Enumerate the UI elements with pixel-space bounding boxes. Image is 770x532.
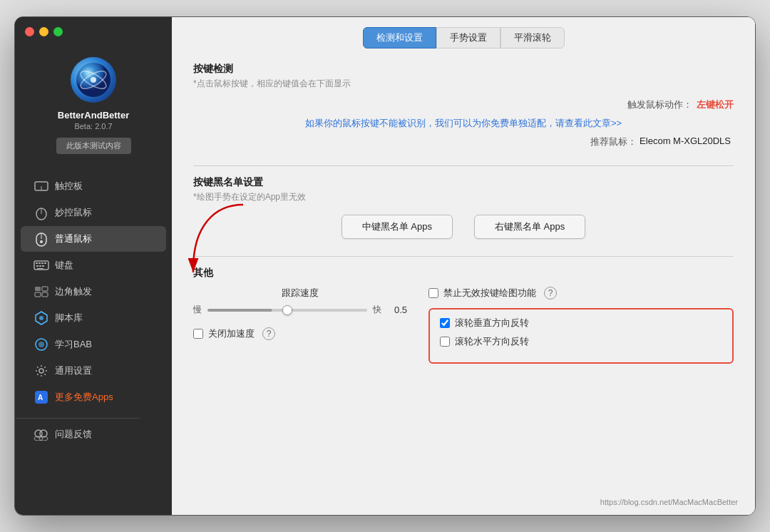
other-left-col: 跟踪速度 慢 快 0.5 关闭加速度 ? <box>193 287 407 364</box>
sidebar-label-corner: 边角触发 <box>55 285 92 298</box>
slow-label: 慢 <box>193 304 202 316</box>
learn-icon <box>34 337 49 352</box>
trigger-value: 左键松开 <box>697 98 734 111</box>
svg-rect-20 <box>35 287 41 291</box>
sidebar-item-feedback[interactable]: 问题反馈 <box>21 421 166 447</box>
magic-mouse-icon <box>34 205 49 220</box>
sidebar-label-magic-mouse: 妙控鼠标 <box>55 206 92 219</box>
detection-title: 按键检测 <box>193 63 734 76</box>
sidebar-label-touchpad: 触控板 <box>55 180 83 193</box>
sidebar-item-magic-mouse[interactable]: 妙控鼠标 <box>21 200 166 225</box>
settings-icon <box>34 363 49 379</box>
blacklist-subtitle: *绘图手势在设定的App里无效 <box>193 191 734 203</box>
sidebar-item-settings[interactable]: 通用设置 <box>21 358 166 384</box>
svg-rect-13 <box>38 262 41 264</box>
svg-point-25 <box>39 316 43 320</box>
svg-rect-22 <box>35 292 41 297</box>
sidebar-item-scripts[interactable]: 脚本库 <box>21 305 166 331</box>
trigger-label: 触发鼠标动作： <box>627 98 692 111</box>
svg-point-10 <box>40 240 43 243</box>
help-icon-invalid[interactable]: ? <box>544 287 557 300</box>
other-title: 其他 <box>193 267 734 280</box>
main-content: 检测和设置 手势设置 平滑滚轮 按键检测 *点击鼠标按键，相应的键值会在下面显示… <box>172 17 755 515</box>
middle-key-blacklist-btn[interactable]: 中键黑名单 Apps <box>342 215 453 239</box>
traffic-light-fullscreen[interactable] <box>53 27 63 36</box>
help-icon-acceleration[interactable]: ? <box>262 327 275 340</box>
svg-text:A: A <box>38 394 43 401</box>
sidebar-bottom: 问题反馈 <box>15 415 172 459</box>
other-columns: 跟踪速度 慢 快 0.5 关闭加速度 ? <box>193 287 734 364</box>
app-name: BetterAndBetter <box>58 110 129 121</box>
sidebar-item-corner[interactable]: 边角触发 <box>21 279 166 305</box>
sidebar-item-learn[interactable]: 学习BAB <box>21 332 166 357</box>
tab-detection[interactable]: 检测和设置 <box>363 27 436 48</box>
other-section: 其他 跟踪速度 慢 快 0.5 <box>193 267 734 364</box>
tab-bar: 检测和设置 手势设置 平滑滚轮 <box>172 17 755 48</box>
sidebar-item-normal-mouse[interactable]: 普通鼠标 <box>21 226 166 252</box>
normal-mouse-icon <box>34 231 49 247</box>
other-right-col: 禁止无效按键绘图功能 ? 滚轮垂直方向反转 滚轮水平方向反转 <box>428 287 734 364</box>
sidebar-label-learn: 学习BAB <box>55 338 92 351</box>
sidebar-label-feedback: 问题反馈 <box>55 428 92 441</box>
recommend-row: 推荐鼠标： Elecom M-XGL20DLS <box>193 135 734 148</box>
sidebar-item-more-apps[interactable]: A 更多免费Apps <box>21 384 166 410</box>
disable-invalid-row: 禁止无效按键绘图功能 ? <box>428 287 734 300</box>
scroll-horizontal-checkbox[interactable] <box>440 337 450 347</box>
scroll-options-box: 滚轮垂直方向反转 滚轮水平方向反转 <box>428 308 734 364</box>
svg-rect-17 <box>39 265 41 267</box>
svg-rect-12 <box>36 262 38 264</box>
recommend-value: Elecom M-XGL20DLS <box>640 135 731 148</box>
traffic-light-minimize[interactable] <box>39 27 48 36</box>
traffic-light-close[interactable] <box>25 27 34 36</box>
trigger-row: 触发鼠标动作： 左键松开 <box>193 98 734 111</box>
svg-rect-16 <box>36 265 38 267</box>
svg-rect-23 <box>42 292 48 297</box>
app-logo <box>71 57 116 103</box>
tab-gesture[interactable]: 手势设置 <box>436 27 500 48</box>
more-apps-icon: A <box>34 389 49 405</box>
keyboard-icon <box>34 257 49 273</box>
svg-rect-14 <box>41 262 43 264</box>
blacklist-title: 按键黑名单设置 <box>193 176 734 189</box>
title-bar <box>15 17 172 46</box>
sidebar-label-more-apps: 更多免费Apps <box>55 391 113 404</box>
svg-point-3 <box>91 77 96 83</box>
scroll-vertical-label: 滚轮垂直方向反转 <box>455 317 529 329</box>
sidebar-label-normal-mouse: 普通鼠标 <box>55 232 92 245</box>
sidebar-label-scripts: 脚本库 <box>55 312 83 324</box>
beta-button[interactable]: 此版本测试内容 <box>56 138 131 154</box>
close-acceleration-row: 关闭加速度 ? <box>193 327 407 340</box>
scroll-vertical-checkbox[interactable] <box>440 318 450 328</box>
tracking-slider[interactable] <box>207 309 367 312</box>
blacklist-buttons: 中键黑名单 Apps 右键黑名单 Apps <box>193 215 734 239</box>
disable-invalid-label: 禁止无效按键绘图功能 <box>443 287 536 300</box>
sidebar-nav: 触控板 妙控鼠标 <box>15 168 172 415</box>
detection-section: 按键检测 *点击鼠标按键，相应的键值会在下面显示 触发鼠标动作： 左键松开 如果… <box>193 63 734 148</box>
close-acceleration-label: 关闭加速度 <box>208 327 255 340</box>
tab-scroll[interactable]: 平滑滚轮 <box>500 27 565 48</box>
disable-invalid-checkbox[interactable] <box>428 288 438 298</box>
svg-rect-21 <box>42 287 48 291</box>
svg-rect-18 <box>42 265 44 267</box>
close-acceleration-checkbox[interactable] <box>193 329 203 339</box>
scripts-icon <box>34 310 49 326</box>
tracking-speed-group: 跟踪速度 慢 快 0.5 <box>193 287 407 316</box>
svg-point-27 <box>38 342 44 347</box>
right-key-blacklist-btn[interactable]: 右键黑名单 Apps <box>474 215 585 239</box>
support-link[interactable]: 如果你的鼠标按键不能被识别，我们可以为你免费单独适配，请查看此文章>> <box>193 117 734 130</box>
svg-rect-19 <box>37 268 43 270</box>
sidebar-item-touchpad[interactable]: 触控板 <box>21 173 166 199</box>
svg-rect-15 <box>44 262 46 264</box>
fast-label: 快 <box>373 304 381 316</box>
touchpad-icon <box>34 178 49 194</box>
tracking-label: 跟踪速度 <box>193 287 407 300</box>
content-area: 按键检测 *点击鼠标按键，相应的键值会在下面显示 触发鼠标动作： 左键松开 如果… <box>172 48 755 503</box>
scroll-horizontal-label: 滚轮水平方向反转 <box>455 335 529 348</box>
sidebar-label-settings: 通用设置 <box>55 364 92 377</box>
watermark: https://blog.csdn.net/MacMacMacBetter <box>162 498 745 509</box>
feedback-icon <box>34 426 49 442</box>
sidebar-item-keyboard[interactable]: 键盘 <box>21 252 166 278</box>
slider-row: 慢 快 0.5 <box>193 304 407 316</box>
detection-subtitle: *点击鼠标按键，相应的键值会在下面显示 <box>193 78 734 90</box>
sidebar-label-keyboard: 键盘 <box>55 259 73 272</box>
